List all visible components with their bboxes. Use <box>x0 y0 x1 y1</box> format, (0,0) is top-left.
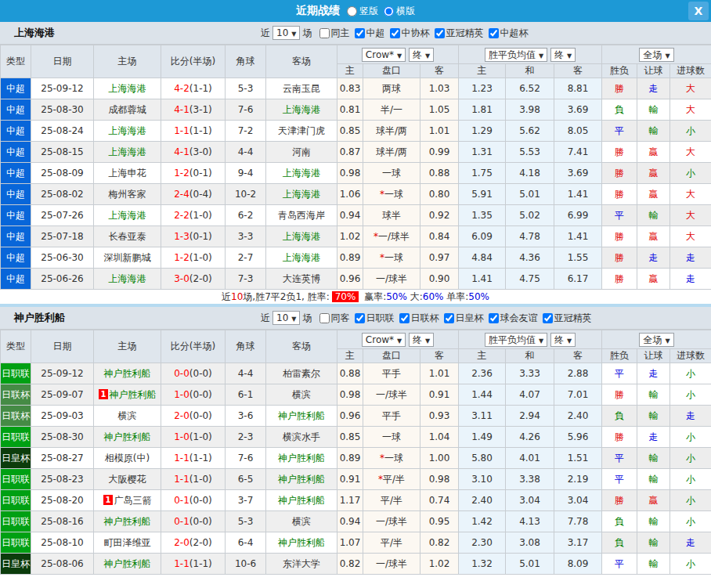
league-filter-checkbox[interactable]: 日职联 <box>349 312 394 325</box>
team-link[interactable]: 上海海港 <box>283 231 320 242</box>
venue-filter-checkbox-input[interactable] <box>319 313 330 323</box>
team-link[interactable]: 横滨 <box>292 389 311 400</box>
odds-time-select[interactable]: 终▼ <box>409 333 434 347</box>
league-filter-checkbox[interactable]: 亚冠精英 <box>429 27 483 40</box>
league-filter-checkbox[interactable]: 亚冠精英 <box>537 312 591 325</box>
team-link[interactable]: 相模原(中) <box>105 453 150 464</box>
near-label: 近 <box>261 312 270 325</box>
team-link[interactable]: 上海海港 <box>109 125 146 136</box>
team-link[interactable]: 上海海港 <box>109 83 146 94</box>
avg-select[interactable]: 胜平负均值▼ <box>485 333 547 347</box>
team-link[interactable]: 神户胜利船 <box>278 495 325 506</box>
team-link[interactable]: 上海海港 <box>109 273 146 284</box>
scope-select[interactable]: 全场▼ <box>639 48 673 62</box>
summary-segment: 场,胜7平2负1, 胜率: <box>243 291 329 302</box>
team-link[interactable]: 上海海港 <box>109 146 146 157</box>
league-filter-checkbox[interactable]: 日联杯 <box>394 312 439 325</box>
halftime-score: (1-1) <box>189 453 212 464</box>
league-cell: 中超 <box>1 205 31 226</box>
date-cell: 25-08-23 <box>31 469 94 490</box>
league-filter-checkbox[interactable]: 中超 <box>349 27 384 40</box>
horizontal-radio[interactable] <box>384 6 394 16</box>
team-link[interactable]: 云南玉昆 <box>283 83 320 94</box>
match-count-select[interactable]: 10▼ <box>272 26 300 40</box>
team-link[interactable]: 天津津门虎 <box>278 125 325 136</box>
score-cell: 2-0(2-0) <box>161 532 226 554</box>
team-link[interactable]: 广岛三箭 <box>114 495 151 506</box>
team-link[interactable]: 神户胜利船 <box>109 389 156 400</box>
team-link[interactable]: 上海海港 <box>283 168 320 179</box>
team-link[interactable]: 大连英博 <box>283 273 320 284</box>
venue-filter-checkbox[interactable]: 同主 <box>314 27 349 40</box>
league-filter-checkbox[interactable]: 中协杯 <box>384 27 429 40</box>
vertical-radio[interactable] <box>347 6 357 16</box>
handicap-cell: 一球 <box>363 427 420 448</box>
team-link[interactable]: 神户胜利船 <box>278 453 325 464</box>
league-filter-checkbox[interactable]: 中超杯 <box>483 27 528 40</box>
chevron-down-icon: ▼ <box>397 52 402 60</box>
team-link[interactable]: 神户胜利船 <box>278 410 325 421</box>
league-filter-checkbox-input[interactable] <box>355 313 365 323</box>
team-link[interactable]: 东洋大学 <box>283 558 320 569</box>
view-option-vertical[interactable]: 竖版 <box>344 5 378 18</box>
venue-filter-checkbox[interactable]: 同客 <box>314 312 349 325</box>
goals-result-cell: 小 <box>670 554 711 575</box>
team-link[interactable]: 河南 <box>292 146 311 157</box>
fulltime-score: 3-0 <box>174 273 189 284</box>
venue-filter-checkbox-input[interactable] <box>319 28 330 38</box>
team-link[interactable]: 深圳新鹏城 <box>104 252 151 263</box>
team-link[interactable]: 横滨 <box>118 410 137 421</box>
team-link[interactable]: 神户胜利船 <box>104 516 151 527</box>
league-filter-checkbox-input[interactable] <box>435 28 445 38</box>
team-link[interactable]: 上海海港 <box>283 189 320 200</box>
team-link[interactable]: 梅州客家 <box>109 189 146 200</box>
league-filter-checkbox[interactable]: 日皇杯 <box>439 312 483 325</box>
summary-segment: 近 <box>222 291 231 302</box>
avg-time-select[interactable]: 终▼ <box>550 48 576 62</box>
team-link[interactable]: 横滨水手 <box>283 431 320 442</box>
away-team-cell: 神户胜利船 <box>266 490 337 511</box>
result-cell: 勝 <box>602 142 637 163</box>
league-filter-checkbox-input[interactable] <box>489 28 499 38</box>
scope-select[interactable]: 全场▼ <box>639 333 673 347</box>
team-link[interactable]: 神户胜利船 <box>278 474 325 485</box>
league-filter-checkbox-input[interactable] <box>390 28 400 38</box>
team-link[interactable]: 上海海港 <box>109 210 146 221</box>
corners-cell: 10-6 <box>226 554 266 575</box>
avg-select[interactable]: 胜平负均值▼ <box>485 48 547 62</box>
team-link[interactable]: 上海海港 <box>283 252 320 263</box>
match-count-select[interactable]: 10▼ <box>272 311 300 325</box>
odds-source-select[interactable]: Crow*▼ <box>362 333 406 347</box>
team-link[interactable]: 成都蓉城 <box>109 104 146 115</box>
handicap-result-cell: 輸 <box>637 554 670 575</box>
league-cell: 日职联 <box>1 469 31 490</box>
league-filter-checkbox-input[interactable] <box>543 313 553 323</box>
league-filter-checkbox-input[interactable] <box>444 313 454 323</box>
team-link[interactable]: 上海海港 <box>283 104 320 115</box>
team-link[interactable]: 神户胜利船 <box>104 558 151 569</box>
team-link[interactable]: 上海申花 <box>109 168 146 179</box>
team-link[interactable]: 柏雷素尔 <box>283 368 320 379</box>
league-filter-checkbox-input[interactable] <box>489 313 499 323</box>
view-option-horizontal[interactable]: 横版 <box>381 5 415 18</box>
league-filter-checkbox[interactable]: 球会友谊 <box>483 312 537 325</box>
odds-source-select[interactable]: Crow*▼ <box>362 48 406 62</box>
odds-time-select[interactable]: 终▼ <box>409 48 434 62</box>
league-filter-checkbox-input[interactable] <box>399 313 410 323</box>
league-cell: 日皇杯 <box>1 448 31 469</box>
team-link[interactable]: 长春亚泰 <box>109 231 146 242</box>
close-button[interactable]: X <box>688 2 709 20</box>
goals-result-cell: 小 <box>670 469 711 490</box>
avg-away-cell: 3.69 <box>554 163 602 184</box>
team-link[interactable]: 神户胜利船 <box>278 537 325 548</box>
league-filter-checkbox-input[interactable] <box>355 28 365 38</box>
team-link[interactable]: 町田泽维亚 <box>104 537 151 548</box>
team-link[interactable]: 青岛西海岸 <box>278 210 325 221</box>
corners-cell: 6-5 <box>226 469 266 490</box>
team-link[interactable]: 神户胜利船 <box>104 431 151 442</box>
team-link[interactable]: 大阪樱花 <box>109 474 146 485</box>
avg-time-select[interactable]: 终▼ <box>550 333 576 347</box>
team-link[interactable]: 横滨 <box>292 516 311 527</box>
team-link[interactable]: 神户胜利船 <box>104 368 151 379</box>
sub-column-header: 让球 <box>637 64 670 78</box>
